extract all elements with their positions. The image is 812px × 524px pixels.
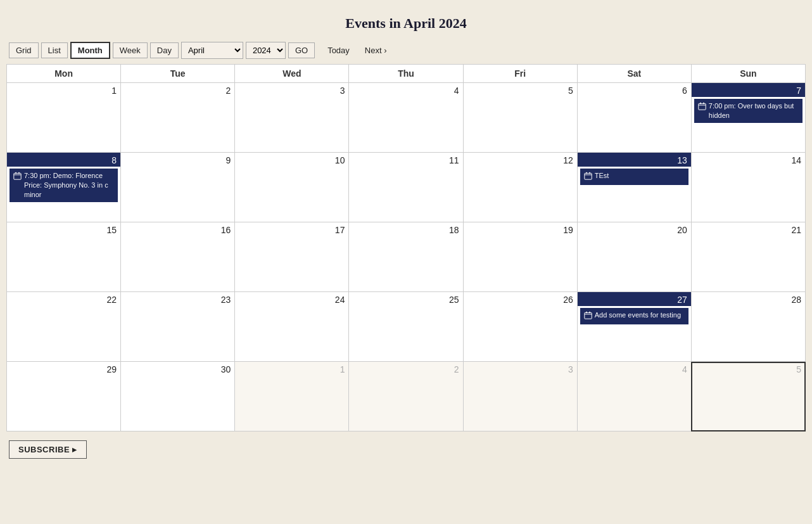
cell-date: 2 bbox=[349, 362, 462, 376]
header-tue: Tue bbox=[121, 65, 235, 83]
svg-rect-8 bbox=[585, 173, 592, 179]
cell-date: 5 bbox=[464, 83, 577, 97]
calendar-cell[interactable]: 77:00 pm: Over two days but hidden bbox=[691, 83, 805, 153]
calendar-cell[interactable]: 21 bbox=[691, 222, 805, 292]
header-sun: Sun bbox=[691, 65, 805, 83]
svg-rect-12 bbox=[585, 312, 592, 319]
cell-date: 3 bbox=[464, 362, 577, 376]
calendar-cell[interactable]: 15 bbox=[7, 222, 121, 292]
calendar-cell[interactable]: 19 bbox=[463, 222, 577, 292]
year-select[interactable]: 20222023 202420252026 bbox=[246, 42, 286, 59]
cell-date: 22 bbox=[7, 292, 120, 306]
cell-date: 24 bbox=[235, 292, 348, 306]
svg-rect-0 bbox=[699, 103, 706, 110]
calendar-cell[interactable]: 23 bbox=[121, 292, 235, 362]
calendar-cell[interactable]: 3 bbox=[235, 83, 349, 153]
calendar-cell[interactable]: 24 bbox=[235, 292, 349, 362]
cell-date: 27 bbox=[578, 292, 691, 306]
cell-date: 23 bbox=[121, 292, 234, 306]
svg-rect-15 bbox=[589, 312, 590, 313]
cell-date: 26 bbox=[464, 292, 577, 306]
calendar-cell[interactable]: 2 bbox=[349, 362, 463, 431]
cell-date: 29 bbox=[7, 362, 120, 376]
calendar-cell[interactable]: 3 bbox=[463, 362, 577, 431]
cell-date: 20 bbox=[578, 222, 691, 236]
cell-date: 21 bbox=[692, 222, 805, 236]
event-item[interactable]: 7:30 pm: Demo: Florence Price: Symphony … bbox=[10, 169, 118, 202]
cell-date: 11 bbox=[349, 153, 462, 167]
cell-date: 10 bbox=[235, 153, 348, 167]
header-wed: Wed bbox=[235, 65, 349, 83]
calendar-table: Mon Tue Wed Thu Fri Sat Sun 12345677:00 … bbox=[6, 64, 806, 431]
calendar-cell[interactable]: 87:30 pm: Demo: Florence Price: Symphony… bbox=[7, 153, 121, 222]
event-item[interactable]: 7:00 pm: Over two days but hidden bbox=[694, 99, 802, 123]
cell-date: 15 bbox=[7, 222, 120, 236]
svg-rect-3 bbox=[703, 103, 704, 104]
calendar-body: 12345677:00 pm: Over two days but hidden… bbox=[7, 83, 806, 431]
go-button[interactable]: GO bbox=[288, 42, 315, 58]
calendar-cell[interactable]: 22 bbox=[7, 292, 121, 362]
svg-rect-11 bbox=[589, 172, 590, 174]
view-day-button[interactable]: Day bbox=[150, 42, 179, 58]
calendar-cell[interactable]: 5 bbox=[691, 362, 805, 431]
subscribe-button[interactable]: SUBSCRIBE ▸ bbox=[9, 440, 87, 459]
cell-date: 8 bbox=[7, 153, 120, 167]
calendar-cell[interactable]: 25 bbox=[349, 292, 463, 362]
calendar-cell[interactable]: 13TEst bbox=[577, 153, 691, 222]
next-button[interactable]: Next › bbox=[358, 43, 393, 58]
calendar-cell[interactable]: 4 bbox=[349, 83, 463, 153]
calendar-cell[interactable]: 16 bbox=[121, 222, 235, 292]
svg-rect-10 bbox=[586, 172, 587, 174]
view-list-button[interactable]: List bbox=[41, 42, 68, 58]
calendar-cell[interactable]: 20 bbox=[577, 222, 691, 292]
header-thu: Thu bbox=[349, 65, 463, 83]
cell-date: 9 bbox=[121, 153, 234, 167]
calendar-cell[interactable]: 12 bbox=[463, 153, 577, 222]
calendar-cell[interactable]: 18 bbox=[349, 222, 463, 292]
event-item[interactable]: Add some events for testing bbox=[580, 308, 688, 324]
cell-date: 4 bbox=[349, 83, 462, 97]
subscribe-bar: SUBSCRIBE ▸ bbox=[6, 431, 806, 461]
calendar-cell[interactable]: 27Add some events for testing bbox=[577, 292, 691, 362]
calendar-header: Mon Tue Wed Thu Fri Sat Sun bbox=[7, 65, 806, 83]
calendar-cell[interactable]: 6 bbox=[577, 83, 691, 153]
calendar-cell[interactable]: 1 bbox=[235, 362, 349, 431]
calendar-cell[interactable]: 14 bbox=[691, 153, 805, 222]
header-fri: Fri bbox=[463, 65, 577, 83]
view-grid-button[interactable]: Grid bbox=[9, 42, 39, 58]
cell-date: 13 bbox=[578, 153, 691, 167]
calendar-cell[interactable]: 17 bbox=[235, 222, 349, 292]
header-sat: Sat bbox=[577, 65, 691, 83]
cell-date: 25 bbox=[349, 292, 462, 306]
view-month-button[interactable]: Month bbox=[70, 42, 110, 59]
event-text: 7:00 pm: Over two days but hidden bbox=[709, 101, 799, 120]
cell-date: 2 bbox=[121, 83, 234, 97]
calendar-cell[interactable]: 1 bbox=[7, 83, 121, 153]
calendar-cell[interactable]: 29 bbox=[7, 362, 121, 431]
calendar-cell[interactable]: 10 bbox=[235, 153, 349, 222]
event-text: Add some events for testing bbox=[595, 310, 681, 320]
cell-date: 3 bbox=[235, 83, 348, 97]
month-select[interactable]: JanuaryFebruaryMarch AprilMayJune JulyAu… bbox=[181, 42, 243, 59]
calendar-event-icon bbox=[584, 311, 592, 322]
svg-rect-2 bbox=[700, 103, 701, 104]
page-title: Events in April 2024 bbox=[6, 6, 806, 38]
calendar-cell[interactable]: 26 bbox=[463, 292, 577, 362]
today-button[interactable]: Today bbox=[321, 43, 356, 58]
calendar-cell[interactable]: 5 bbox=[463, 83, 577, 153]
calendar-cell[interactable]: 4 bbox=[577, 362, 691, 431]
calendar-cell[interactable]: 28 bbox=[691, 292, 805, 362]
calendar-cell[interactable]: 11 bbox=[349, 153, 463, 222]
cell-date: 7 bbox=[692, 83, 805, 97]
calendar-cell[interactable]: 2 bbox=[121, 83, 235, 153]
svg-rect-6 bbox=[15, 172, 16, 174]
calendar-cell[interactable]: 30 bbox=[121, 362, 235, 431]
cell-date: 12 bbox=[464, 153, 577, 167]
event-item[interactable]: TEst bbox=[580, 169, 688, 185]
view-week-button[interactable]: Week bbox=[113, 42, 148, 58]
calendar-cell[interactable]: 9 bbox=[121, 153, 235, 222]
cell-date: 18 bbox=[349, 222, 462, 236]
cell-date: 5 bbox=[692, 362, 805, 376]
calendar-event-icon bbox=[13, 172, 22, 182]
cell-date: 16 bbox=[121, 222, 234, 236]
